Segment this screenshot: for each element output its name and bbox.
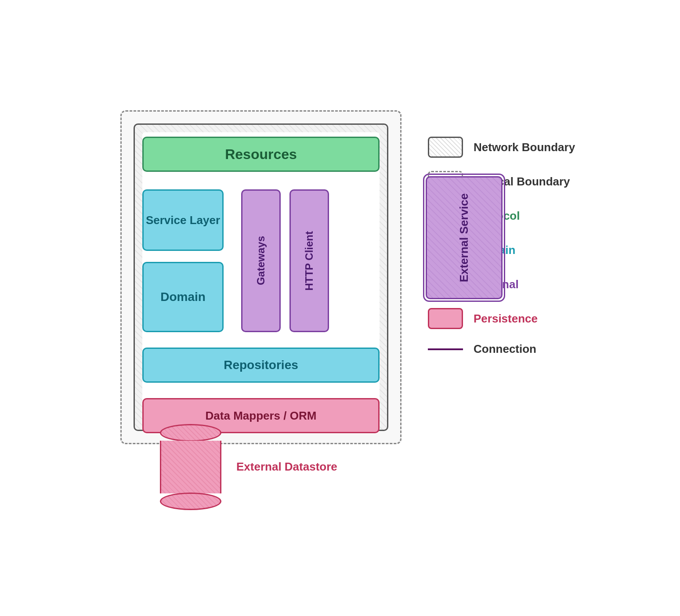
http-client-label: HTTP Client xyxy=(303,231,315,291)
service-layer-label: Service Layer xyxy=(146,214,220,227)
legend-item-connection: Connection xyxy=(428,342,577,356)
service-layer-box: Service Layer xyxy=(142,189,224,251)
cylinder-top xyxy=(160,424,221,442)
data-mappers-label: Data Mappers / ORM xyxy=(206,409,317,423)
http-client-box: HTTP Client xyxy=(289,189,329,332)
legend-label-network: Network Boundary xyxy=(474,141,575,154)
external-service-label: External Service xyxy=(457,193,471,282)
repositories-label: Repositories xyxy=(224,358,298,372)
legend-box-persistence xyxy=(428,308,463,329)
external-service-box: External Service xyxy=(426,176,503,299)
legend-line-connection xyxy=(428,348,463,350)
architecture-diagram: Resources Service Layer Domain Gateways … xyxy=(103,110,401,506)
legend-box-network xyxy=(428,137,463,158)
resources-box: Resources xyxy=(142,137,380,172)
gateways-box: Gateways xyxy=(241,189,281,332)
cylinder-body xyxy=(160,441,221,493)
legend-label-persistence: Persistence xyxy=(474,312,538,326)
gateways-label: Gateways xyxy=(255,236,267,285)
legend-item-persistence: Persistence xyxy=(428,308,577,329)
cylinder-shape xyxy=(160,424,221,510)
cylinder-bottom xyxy=(160,493,221,510)
repositories-box: Repositories xyxy=(142,348,380,383)
datastore-label: External Datastore xyxy=(236,460,337,474)
domain-label: Domain xyxy=(160,290,206,304)
legend-item-network: Network Boundary xyxy=(428,137,577,158)
domain-box: Domain xyxy=(142,262,224,332)
resources-label: Resources xyxy=(225,146,297,163)
diagram-container: Resources Service Layer Domain Gateways … xyxy=(85,93,595,523)
datastore-area: External Datastore xyxy=(160,424,337,510)
legend-label-connection: Connection xyxy=(474,342,536,356)
